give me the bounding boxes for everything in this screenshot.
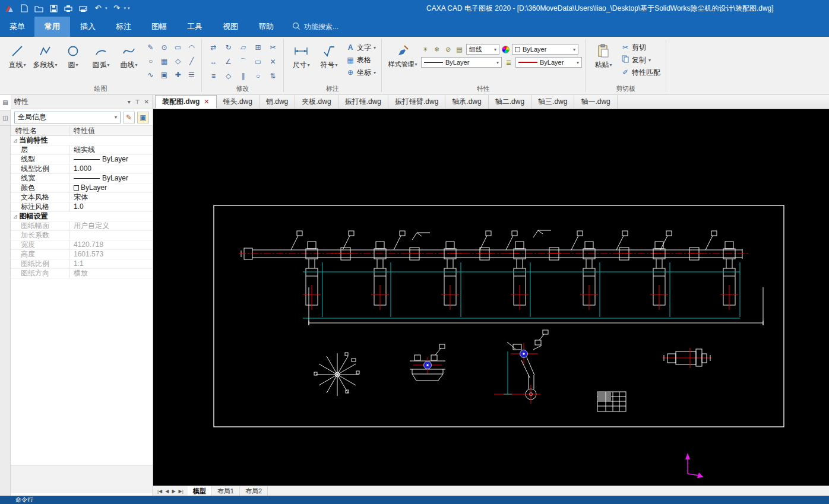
ribbon-tab-view[interactable]: 视图 (213, 17, 248, 37)
layer-on-icon[interactable]: ☀ (421, 46, 430, 53)
mirror-tool-icon[interactable]: ▱ (236, 40, 251, 55)
undo-dropdown-icon[interactable]: ▾ (105, 6, 107, 11)
property-row-lineweight[interactable]: 线宽 ByLayer (11, 174, 153, 183)
redo-icon[interactable]: ↷ (112, 3, 122, 14)
drawing-canvas[interactable] (153, 109, 829, 486)
halfarc-tool-icon[interactable]: ◠ (185, 40, 198, 54)
ribbon-tab-insert[interactable]: 插入 (70, 17, 106, 37)
offset-tool-icon[interactable]: ▭ (251, 55, 265, 69)
linetype-combo[interactable]: ByLayer▾ (421, 57, 502, 68)
ribbon-tab-sheet[interactable]: 图幅 (141, 17, 177, 37)
delete-tool-icon[interactable]: ✕ (265, 55, 280, 69)
command-bar[interactable]: 命令行 (0, 496, 829, 504)
scale-tool-icon[interactable]: ◇ (221, 69, 236, 83)
property-row-layer[interactable]: 层 细实线 (11, 145, 153, 155)
property-row-width[interactable]: 宽度 4120.718 (11, 240, 153, 250)
layout-tab-model[interactable]: 模型 (188, 486, 212, 496)
array-tool-icon[interactable]: ⊞ (251, 40, 265, 55)
ray-tool-icon[interactable]: ╱ (185, 54, 198, 68)
ribbon-tab-annotate[interactable]: 标注 (106, 17, 141, 37)
function-search[interactable]: 功能搜索... (292, 17, 338, 37)
hatch-tool-icon[interactable]: ▦ (157, 54, 171, 68)
panel-menu-icon[interactable]: ▾ (128, 99, 131, 105)
arc-button[interactable]: 圆弧▾ (88, 39, 114, 82)
cross-tool-icon[interactable]: ✚ (171, 68, 185, 81)
match-properties-button[interactable]: ✐特性匹配 (619, 66, 663, 78)
coordinate-button[interactable]: ⊕坐标▾ (344, 66, 378, 78)
lines-tool-icon[interactable]: ☰ (185, 68, 198, 81)
paste-button[interactable]: 粘贴▾ (590, 39, 617, 82)
property-row-sheet-orientation[interactable]: 图纸方向 横放 (11, 269, 153, 278)
symbol-button[interactable]: 符号▾ (316, 39, 342, 82)
open-file-icon[interactable] (33, 3, 44, 14)
print-icon[interactable] (63, 3, 74, 14)
point-tool-icon[interactable]: ⊙ (157, 40, 171, 54)
scope-combo[interactable]: 全局信息▾ (14, 112, 121, 123)
ribbon-tab-tools[interactable]: 工具 (177, 17, 213, 37)
property-row-linetype[interactable]: 线型 ByLayer (11, 155, 153, 164)
doc-tab-shaft-3[interactable]: 轴三.dwg (531, 95, 574, 109)
layer-plot-icon[interactable]: ▤ (455, 46, 464, 53)
undo-icon[interactable]: ↶ (93, 3, 103, 14)
layout-tab-layout2[interactable]: 布局2 (240, 486, 268, 496)
section-current-properties[interactable]: ⊿当前特性 (11, 136, 153, 145)
doc-tab-hammer-head[interactable]: 锤头.dwg (217, 95, 260, 109)
new-file-icon[interactable] (18, 3, 29, 14)
layout-tab-layout1[interactable]: 布局1 (212, 486, 240, 496)
block-tool-icon[interactable]: ▣ (157, 68, 171, 81)
prev-layout-icon[interactable]: ◀ (165, 489, 169, 494)
menu-button[interactable]: 菜单 (0, 17, 34, 37)
trim-tool-icon[interactable]: ✂ (265, 40, 280, 55)
stretch-tool-icon[interactable]: ↔ (206, 55, 221, 69)
doc-tab-clamp-plate[interactable]: 夹板.dwg (295, 95, 338, 109)
panel-tab-library[interactable]: ◫ (0, 110, 11, 126)
layer-lock-icon[interactable]: ⊘ (444, 46, 453, 53)
wave-tool-icon[interactable]: ∿ (144, 68, 157, 81)
spline-tool-icon[interactable]: ✎ (144, 40, 157, 54)
break-tool-icon[interactable]: ○ (251, 69, 265, 83)
property-row-extension-factor[interactable]: 加长系数 (11, 231, 153, 240)
text-button[interactable]: A文字▾ (344, 42, 378, 53)
edit-properties-icon[interactable]: ✎ (123, 112, 135, 123)
style-manager-button[interactable]: 样式管理▾ (386, 39, 419, 82)
rotate-tool-icon[interactable]: ↻ (221, 40, 236, 55)
doc-tab-pin[interactable]: 销.dwg (260, 95, 295, 109)
panel-tab-properties[interactable]: ▤ (0, 95, 11, 110)
circle-button[interactable]: 圆▾ (60, 39, 86, 82)
doc-tab-rapping-hammer-arm[interactable]: 振打锤臂.dwg (388, 95, 445, 109)
layer-freeze-icon[interactable]: ❄ (432, 46, 441, 53)
color-wheel-icon[interactable] (502, 46, 510, 53)
line-button[interactable]: 直线▾ (4, 39, 30, 82)
plot-icon[interactable] (78, 3, 88, 14)
copy-button[interactable]: 复制▾ (619, 54, 663, 66)
layer-settings-icon[interactable]: ▣ (137, 112, 149, 123)
doc-tab-assembly[interactable]: 装配图.dwg✕ (155, 95, 217, 109)
explode-tool-icon[interactable]: ≡ (206, 69, 221, 83)
copyobj-tool-icon[interactable]: ⇅ (265, 69, 280, 83)
doc-tab-shaft-1[interactable]: 轴一.dwg (574, 95, 617, 109)
cut-button[interactable]: ✂剪切 (619, 42, 663, 53)
close-panel-icon[interactable]: ✕ (144, 99, 149, 105)
property-row-sheet-scale[interactable]: 图纸比例 1:1 (11, 259, 153, 269)
first-layout-icon[interactable]: |◀ (157, 489, 162, 494)
property-row-sheet-size[interactable]: 图纸幅面 用户自定义 (11, 221, 153, 231)
polyline-button[interactable]: 多段线▾ (32, 39, 58, 82)
next-layout-icon[interactable]: ▶ (172, 489, 175, 494)
redo-dropdown-icon[interactable]: ▾ (124, 6, 126, 11)
polygon-tool-icon[interactable]: ◇ (171, 54, 185, 68)
ribbon-tab-common[interactable]: 常用 (34, 17, 70, 37)
linetype-options-icon[interactable]: ≣ (504, 59, 513, 66)
property-row-linetype-scale[interactable]: 线型比例 1.000 (11, 164, 153, 174)
property-row-color[interactable]: 颜色 ByLayer (11, 183, 153, 193)
chamfer-tool-icon[interactable]: ∠ (221, 55, 236, 69)
color-combo[interactable]: ByLayer▾ (512, 44, 578, 55)
fillet-tool-icon[interactable]: ⌒ (236, 55, 251, 69)
dimension-button[interactable]: 尺寸▾ (288, 39, 314, 82)
align-tool-icon[interactable]: ∥ (236, 69, 251, 83)
section-sheet-settings[interactable]: ⊿图幅设置 (11, 212, 153, 221)
qat-customize-icon[interactable]: ▾ (128, 6, 130, 11)
last-layout-icon[interactable]: ▶| (179, 489, 183, 494)
pin-icon[interactable]: ⊤ (135, 99, 140, 105)
property-row-text-style[interactable]: 文本风格 宋体 (11, 193, 153, 202)
rectangle-tool-icon[interactable]: ▭ (171, 40, 185, 54)
